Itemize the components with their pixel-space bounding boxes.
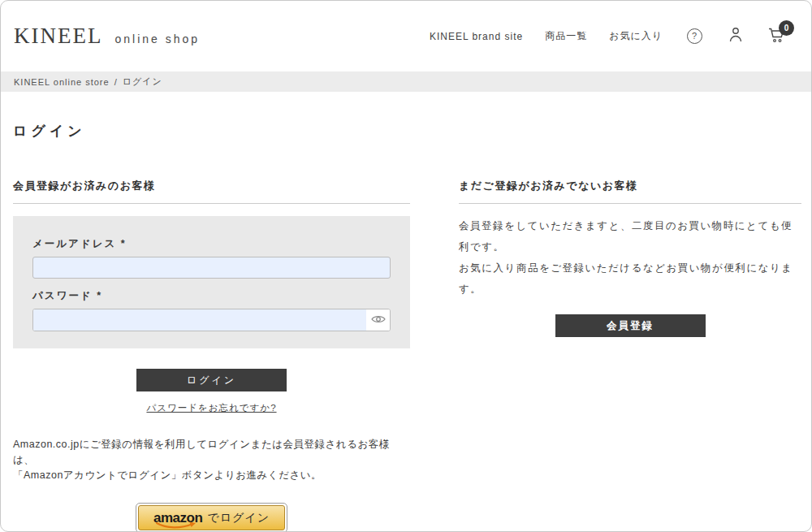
amazon-note-line2: 「Amazonアカウントでログイン」ボタンよりお進みください。: [13, 469, 322, 481]
email-field[interactable]: [32, 257, 391, 279]
login-section-heading: 会員登録がお済みのお客様: [13, 179, 410, 204]
breadcrumb-home[interactable]: KINEEL online store: [14, 77, 110, 87]
login-form-panel: メールアドレス * パスワード *: [13, 216, 410, 348]
password-visibility-toggle[interactable]: [366, 309, 390, 331]
login-button[interactable]: ログイン: [136, 369, 287, 391]
register-description-line2: お気に入り商品をご登録いただけるなどお買い物が便利になります。: [459, 262, 793, 295]
amazon-login-button[interactable]: amazon でログイン: [136, 503, 287, 532]
person-icon: [728, 26, 744, 46]
password-field[interactable]: [33, 309, 366, 331]
account-button[interactable]: [726, 27, 745, 46]
amazon-note-line1: Amazon.co.jpにご登録の情報を利用してログインまたは会員登録されるお客…: [13, 439, 390, 465]
nav-product-list[interactable]: 商品一覧: [545, 29, 587, 43]
logo-suffix: online shop: [114, 32, 200, 45]
breadcrumb-separator: /: [114, 77, 118, 87]
logo-wordmark: KINEEL: [14, 24, 102, 49]
password-field-group: [32, 309, 391, 331]
amazon-logo-icon: amazon: [153, 511, 202, 525]
breadcrumb-current: ログイン: [123, 76, 162, 88]
page: KINEEL online shop KINEEL brand site 商品一…: [0, 0, 812, 532]
email-label: メールアドレス *: [32, 237, 391, 251]
breadcrumb: KINEEL online store / ログイン: [1, 71, 811, 92]
password-label: パスワード *: [32, 289, 391, 303]
help-button[interactable]: ?: [685, 27, 704, 46]
header-nav: KINEEL brand site 商品一覧 お気に入り ?: [430, 27, 787, 46]
login-section: 会員登録がお済みのお客様 メールアドレス * パスワード *: [13, 179, 410, 532]
amazon-smile-icon: [155, 521, 197, 530]
cart-badge: 0: [779, 20, 794, 36]
eye-icon: [371, 314, 386, 327]
register-section-heading: まだご登録がお済みでないお客様: [459, 179, 801, 204]
page-title: ログイン: [13, 122, 799, 141]
forgot-password-link[interactable]: パスワードをお忘れですか?: [13, 402, 410, 414]
register-description: 会員登録をしていただきますと、二度目のお買い物時にとても便利です。 お気に入り商…: [459, 215, 801, 300]
register-description-line1: 会員登録をしていただきますと、二度目のお買い物時にとても便利です。: [459, 220, 793, 253]
main-content: ログイン 会員登録がお済みのお客様 メールアドレス * パスワード *: [1, 122, 811, 532]
logo[interactable]: KINEEL online shop: [14, 24, 200, 49]
header: KINEEL online shop KINEEL brand site 商品一…: [1, 1, 811, 71]
question-circle-icon: ?: [687, 28, 702, 44]
nav-favorites[interactable]: お気に入り: [609, 29, 663, 43]
nav-brand-site[interactable]: KINEEL brand site: [430, 31, 523, 42]
amazon-button-face: amazon でログイン: [138, 505, 285, 530]
cart-button[interactable]: 0: [767, 27, 787, 46]
register-button[interactable]: 会員登録: [555, 314, 706, 337]
register-section: まだご登録がお済みでないお客様 会員登録をしていただきますと、二度目のお買い物時…: [459, 179, 801, 532]
amazon-note: Amazon.co.jpにご登録の情報を利用してログインまたは会員登録されるお客…: [13, 437, 410, 483]
amazon-button-label: でログイン: [207, 511, 270, 526]
